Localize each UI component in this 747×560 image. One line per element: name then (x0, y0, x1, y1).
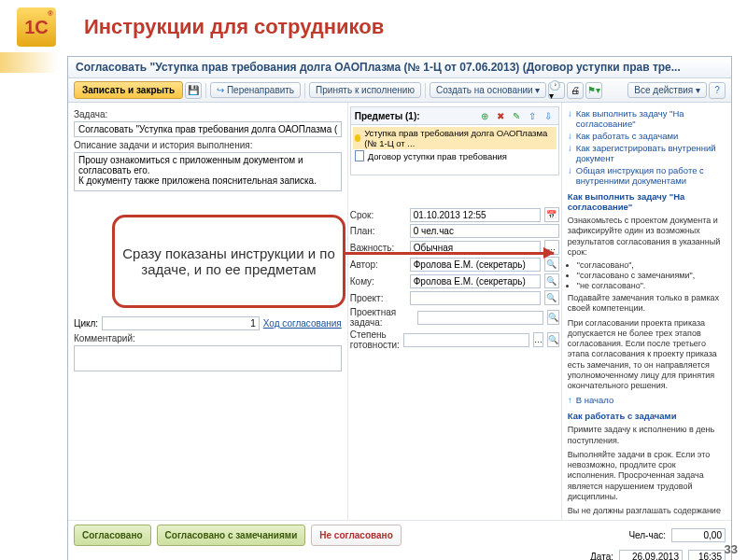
task-input[interactable] (74, 121, 342, 137)
vazh-label: Важность: (350, 243, 406, 253)
arrow-icon: ↓ (568, 131, 572, 141)
desc-textarea[interactable]: Прошу ознакомиться с приложенным докумен… (74, 152, 342, 191)
to-begin-link[interactable]: ↑В начало (568, 395, 726, 405)
search-icon[interactable]: 🔍 (544, 290, 559, 305)
time-input[interactable] (688, 550, 726, 560)
edit-icon[interactable]: ✎ (510, 109, 523, 122)
app-window: Согласовать "Уступка прав требования дол… (67, 56, 732, 560)
arrow-up-icon: ↑ (568, 395, 572, 405)
callout-arrow-icon (344, 252, 554, 255)
author-input[interactable] (410, 258, 541, 272)
calendar-icon[interactable]: 📅 (544, 207, 559, 222)
approved-button[interactable]: Согласовано (74, 525, 151, 546)
project-input[interactable] (410, 291, 541, 305)
plan-input[interactable] (410, 224, 559, 238)
document-icon (355, 150, 364, 161)
redirect-button[interactable]: ↪ Перенаправить (210, 82, 301, 98)
subject-item-2[interactable]: Договор уступки прав требования (353, 149, 557, 162)
help-text: Вы не должны разглашать содержание (568, 506, 726, 516)
save-close-button[interactable]: Записать и закрыть (74, 81, 183, 99)
print-icon[interactable]: 🖨 (567, 82, 584, 99)
readiness-input[interactable] (403, 333, 529, 347)
subject-item-1[interactable]: Уступка прав требования долга ОАОПлазма … (353, 127, 557, 149)
task-label: Задача: (74, 109, 342, 119)
search-icon[interactable]: 🔍 (544, 273, 559, 288)
help-link-2[interactable]: ↓Как работать с задачами (568, 131, 726, 141)
manhours-input[interactable] (671, 528, 726, 542)
project-task-input[interactable] (417, 311, 543, 325)
help-text: Подавайте замечания только в рамках свое… (568, 293, 726, 315)
add-icon[interactable]: ⊕ (478, 109, 491, 122)
all-actions-button[interactable]: Все действия ▾ (627, 82, 707, 98)
accept-button[interactable]: Принять к исполнению (309, 82, 421, 98)
author-label: Автор: (350, 259, 406, 270)
date-input[interactable] (619, 550, 683, 560)
proj-label: Проект: (350, 293, 406, 303)
help-heading-2: Как работать с задачами (568, 411, 726, 421)
down-icon[interactable]: ⇩ (542, 109, 555, 122)
komu-label: Кому: (350, 276, 406, 287)
srok-label: Срок: (350, 210, 406, 220)
toolbar: Записать и закрыть 💾 ↪ Перенаправить При… (68, 78, 731, 103)
cycle-input[interactable] (102, 316, 260, 330)
manhours-label: Чел-час: (628, 530, 666, 540)
page-number: 33 (725, 542, 738, 556)
subjects-label: Предметы (1): (355, 111, 420, 121)
ready-label: Степень готовности: (350, 329, 400, 350)
arrow-icon: ↓ (568, 108, 572, 129)
remove-icon[interactable]: ✖ (494, 109, 507, 122)
bullet-2: "согласовано с замечаниями", (577, 271, 726, 280)
help-link-1[interactable]: ↓Как выполнить задачу "На согласование" (568, 108, 726, 129)
search-icon[interactable]: 🔍 (544, 257, 559, 272)
komu-input[interactable] (410, 274, 541, 288)
not-approved-button[interactable]: Не согласовано (311, 525, 401, 546)
projz-label: Проектная задача: (350, 307, 414, 328)
search-icon[interactable]: 🔍 (547, 332, 559, 347)
arrow-icon: ↓ (568, 143, 572, 163)
help-text: Выполняйте задачи в срок. Если это невоз… (568, 450, 726, 502)
plan-label: План: (350, 226, 406, 236)
approved-notes-button[interactable]: Согласовано с замечаниями (157, 525, 306, 546)
slide-title: Инструкции для сотрудников (84, 15, 384, 39)
status-dot-icon (355, 134, 360, 142)
subjects-list: Уступка прав требования долга ОАОПлазма … (350, 125, 559, 175)
help-text: Ознакомьтесь с проектом документа и зафи… (568, 216, 726, 258)
clock-icon[interactable]: 🕑▾ (548, 82, 565, 99)
logo-1c: 1С (17, 7, 56, 47)
flag-icon[interactable]: ⚑▾ (585, 82, 602, 99)
create-based-button[interactable]: Создать на основании ▾ (430, 82, 547, 98)
comment-label: Комментарий: (74, 333, 342, 343)
bullet-3: "не согласовано". (577, 281, 726, 290)
help-text: При согласовании проекта приказа допуска… (568, 318, 726, 392)
callout-box: Сразу показаны инструкции и по задаче, и… (112, 215, 345, 308)
window-title: Согласовать "Уступка прав требования дол… (68, 57, 731, 78)
desc-label: Описание задачи и история выполнения: (74, 140, 342, 150)
help-link-4[interactable]: ↓Общая инструкция по работе с внутренним… (568, 165, 726, 186)
save-icon[interactable]: 💾 (185, 82, 202, 99)
search-icon[interactable]: 🔍 (547, 310, 559, 325)
arrow-icon: ↓ (568, 165, 572, 186)
help-text: Примите задачу к исполнению в день посту… (568, 425, 726, 446)
help-icon[interactable]: ? (709, 82, 726, 99)
comment-textarea[interactable] (74, 345, 342, 371)
date-label: Дата: (590, 552, 613, 560)
srok-input[interactable] (410, 208, 541, 222)
cycle-label: Цикл: (74, 318, 98, 329)
help-link-3[interactable]: ↓Как зарегистрировать внутренний докумен… (568, 143, 726, 163)
bullet-1: "согласовано", (577, 260, 726, 270)
cycle-link[interactable]: Ход согласования (263, 318, 342, 329)
more-icon[interactable]: … (533, 332, 543, 347)
up-icon[interactable]: ⇧ (526, 109, 539, 122)
help-heading-1: Как выполнить задачу "На согласование" (568, 191, 726, 212)
